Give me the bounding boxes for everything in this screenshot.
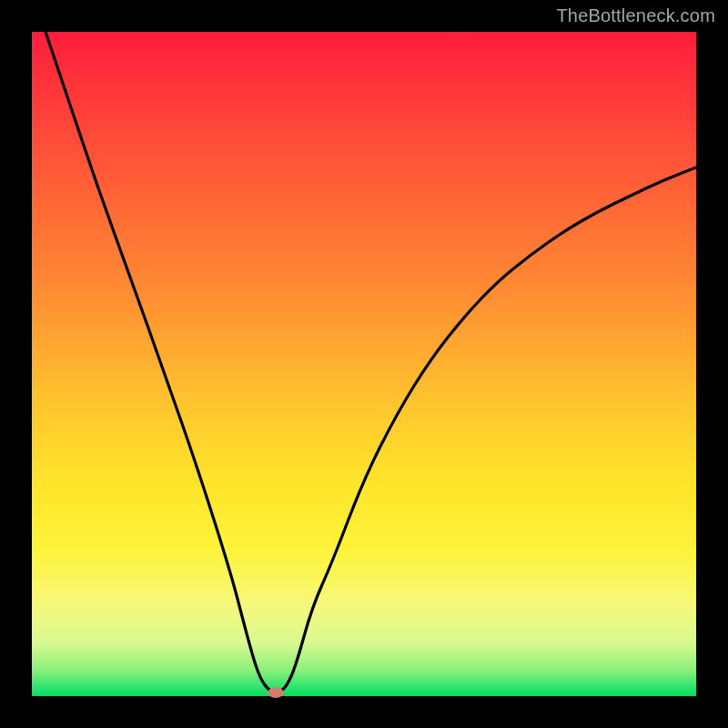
curve-svg xyxy=(32,32,696,696)
bottleneck-curve xyxy=(46,32,696,692)
outer-frame: TheBottleneck.com xyxy=(0,0,728,728)
plot-area xyxy=(32,32,696,696)
watermark-text: TheBottleneck.com xyxy=(556,5,715,26)
optimal-point-marker xyxy=(268,687,284,698)
